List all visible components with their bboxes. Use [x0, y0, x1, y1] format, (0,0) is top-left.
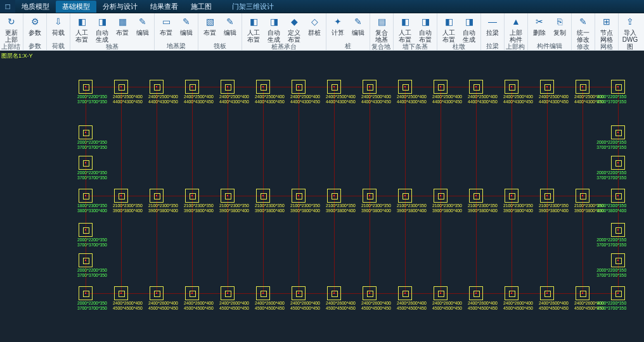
footing-dims: 2100*2300*350 3900*3800*400: [255, 203, 285, 213]
ribbon-btn-2-0[interactable]: ⇩荷载: [48, 14, 68, 42]
footing-dims: 2400*2600*400 4500*4500*450: [468, 301, 498, 310]
ribbon-label: 复合 地基: [375, 29, 388, 43]
ribbon-btn-6-0[interactable]: ◧人工 布置: [243, 14, 264, 43]
footing: [79, 80, 93, 94]
footing-dims: 2000*2200*350 3700*3700*350: [596, 238, 626, 247]
footing-dims: 2400*2600*400 4500*4500*450: [290, 301, 320, 310]
ribbon-btn-13-1[interactable]: ⎘复制: [550, 14, 570, 42]
tab-1[interactable]: 基础模型: [56, 1, 96, 13]
ribbon-label: 人工 布置: [442, 29, 455, 43]
ribbon-btn-16-1[interactable]: ⚒工具: [640, 14, 644, 50]
ribbon-btn-10-1[interactable]: ◨自动 生成: [459, 14, 479, 43]
ribbon-btn-16-0[interactable]: ⇪导入 DWG图: [620, 14, 640, 50]
ribbon-group-9: ◧人工 布置◨自动 布置墙下条基: [394, 13, 437, 50]
ribbon-btn-0-0[interactable]: ↻更新 上部: [1, 14, 22, 43]
footing: [434, 189, 448, 203]
ribbon-btn-5-0[interactable]: ▧布置: [200, 14, 220, 42]
tab-4[interactable]: 施工图: [184, 1, 218, 13]
footing-dims: 2400*2500*400 4400*4300*450: [219, 94, 249, 104]
footing: [363, 286, 377, 300]
footing: [79, 286, 93, 300]
ribbon-btn-15-0[interactable]: ⊞节点 网格: [596, 14, 617, 43]
footing: [540, 189, 554, 203]
ribbon-btn-13-0[interactable]: ✂删除: [529, 14, 550, 42]
ribbon-btn-10-0[interactable]: ◧人工 布置: [439, 14, 459, 43]
footing-dims: 2400*2500*400 4400*4300*450: [468, 94, 498, 104]
ribbon-btn-9-0[interactable]: ◧人工 布置: [395, 14, 415, 43]
ribbon-btn-6-1[interactable]: ◨自动 生成: [264, 14, 284, 43]
tab-2[interactable]: 分析与设计: [96, 1, 144, 13]
tab-3[interactable]: 结果查看: [144, 1, 184, 13]
ribbon-btn-5-1[interactable]: ✎编辑: [220, 14, 240, 42]
ribbon-icon: ◧: [247, 15, 261, 28]
footing-dims: 2100*2300*350 3900*3800*400: [148, 203, 178, 213]
ribbon-btn-8-0[interactable]: ▤复合 地基: [371, 14, 392, 43]
footing: [611, 156, 625, 170]
ribbon-btn-3-1[interactable]: ◨自动 生成: [92, 14, 112, 43]
ribbon-btn-3-0[interactable]: ◧人工 布置: [72, 14, 92, 43]
footing-dims: 2100*2300*350 3900*3800*400: [361, 203, 391, 213]
ribbon-icon: ▧: [203, 15, 217, 28]
ribbon-icon: ⇩: [51, 15, 65, 28]
ribbon-label: 人工 布置: [75, 29, 88, 43]
ribbon-btn-1-0[interactable]: ⚙参数: [25, 14, 45, 42]
ribbon-caption: 筏板: [214, 42, 226, 50]
footing: [611, 80, 625, 94]
ribbon-icon: ✦: [331, 15, 345, 28]
footing: [398, 80, 412, 94]
footing-dims: 2000*2200*350 3700*3700*350: [77, 94, 107, 104]
ribbon-caption: 桩: [345, 42, 351, 50]
ribbon-btn-11-0[interactable]: —拉梁: [482, 14, 503, 42]
ribbon-btn-3-3[interactable]: ✎编辑: [132, 14, 153, 43]
footing: [398, 189, 412, 203]
ribbon-btn-12-0[interactable]: ▲上部 构件: [506, 14, 526, 43]
footing-dims: 2100*2300*350 3900*3800*400: [397, 203, 427, 213]
ribbon-label: 编辑: [180, 29, 193, 36]
footing: [256, 80, 270, 94]
footing-dims: 2400*2500*400 4400*4300*450: [290, 94, 320, 104]
ribbon-btn-4-0[interactable]: ▭布置: [156, 14, 176, 42]
ribbon-btn-7-0[interactable]: ✦计算: [328, 14, 348, 42]
ribbon-icon: ◨: [267, 15, 281, 28]
footing: [505, 189, 518, 203]
footing: [611, 189, 625, 203]
drawing-canvas[interactable]: 图层名1:X-Y 2000*2200*350 3700*3700*3502400…: [0, 51, 644, 342]
footing: [576, 286, 589, 300]
ribbon-btn-6-2[interactable]: ◆定义 布置: [284, 14, 304, 43]
footing-dims: 2100*2300*350 3900*3800*400: [113, 203, 143, 213]
ribbon-btn-6-3[interactable]: ◇群桩: [304, 14, 325, 43]
ribbon-group-4: ▭布置✎编辑地基梁: [155, 13, 198, 50]
ribbon-icon: ⇪: [623, 15, 637, 28]
ribbon-label: 计算: [332, 29, 344, 36]
footing: [611, 253, 625, 267]
tab-0[interactable]: 地质模型: [15, 1, 56, 13]
footing: [221, 80, 235, 94]
ribbon-icon: ⊞: [600, 15, 614, 28]
ribbon-btn-14-0[interactable]: ✎统一 修改: [573, 14, 593, 43]
ribbon-icon: ◆: [287, 15, 301, 28]
footing: [505, 286, 518, 300]
ribbon-btn-9-1[interactable]: ◨自动 布置: [415, 14, 435, 43]
ribbon-btn-4-1[interactable]: ✎编辑: [176, 14, 196, 42]
footing: [540, 286, 554, 300]
footing-dims: 2400*2600*400 4500*4500*450: [503, 301, 533, 310]
ribbon-btn-7-1[interactable]: ✎编辑: [348, 14, 368, 42]
footing: [469, 80, 483, 94]
footing-dims: 2400*2600*400 4500*4500*450: [113, 301, 143, 310]
footing: [150, 189, 164, 203]
footing-dims: 2400*2500*400 4400*4300*450: [503, 94, 533, 104]
ribbon-btn-3-2[interactable]: ▦布置: [112, 14, 132, 43]
ribbon-caption: 桩基承台: [271, 43, 297, 51]
footing-dims: 2000*2200*350 3700*3700*350: [596, 94, 626, 104]
footing-dims: 2400*2500*400 4400*4300*450: [539, 94, 569, 104]
tab-alt[interactable]: 门架三维设计: [226, 1, 280, 13]
footing: [150, 286, 164, 300]
ribbon-icon: ◇: [307, 15, 321, 28]
ribbon-label: 荷载: [52, 29, 65, 36]
ribbon-group-1: ⚙参数参数: [23, 13, 47, 50]
footing: [79, 156, 93, 170]
footing: [398, 286, 412, 300]
ribbon-icon: ◨: [95, 15, 109, 28]
footing: [185, 189, 199, 203]
ribbon-group-5: ▧布置✎编辑筏板: [198, 13, 242, 50]
